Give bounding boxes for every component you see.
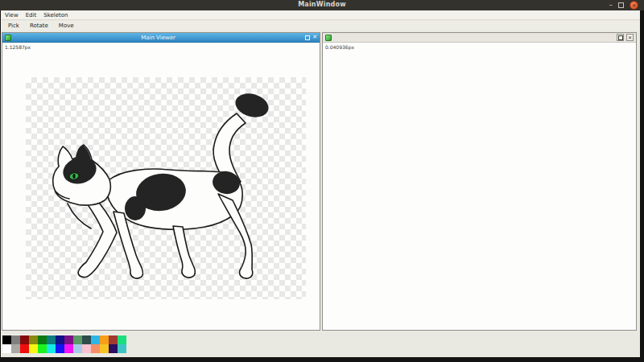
- palette-swatch[interactable]: [82, 344, 91, 353]
- menu-skeleton[interactable]: Skeleton: [43, 12, 68, 19]
- palette-swatch[interactable]: [20, 335, 29, 344]
- palette-swatch[interactable]: [73, 335, 82, 344]
- palette-swatch[interactable]: [64, 344, 73, 353]
- menu-bar: View Edit Skeleton: [2, 10, 640, 20]
- secondary-viewer-window: ✕ 0.040936px: [322, 32, 637, 331]
- app-window: View Edit Skeleton Pick Rotate Move Main…: [1, 10, 640, 357]
- cat-eye-pupil: [72, 174, 75, 179]
- palette-swatch[interactable]: [100, 335, 109, 344]
- palette-swatch[interactable]: [82, 335, 91, 344]
- secondary-viewer-controls: ✕: [617, 34, 634, 41]
- cat-chin-line: [68, 204, 91, 228]
- viewer-app-icon: [325, 35, 332, 41]
- main-viewer-canvas[interactable]: 1.12587px: [2, 43, 320, 330]
- palette-swatch[interactable]: [29, 335, 38, 344]
- palette-swatch[interactable]: [38, 335, 47, 344]
- cat-hind-leg-front: [173, 226, 195, 278]
- viewer-maximize-icon[interactable]: [305, 35, 310, 40]
- palette-swatch[interactable]: [2, 344, 11, 353]
- palette-swatch[interactable]: [73, 344, 82, 353]
- menu-view[interactable]: View: [5, 12, 19, 19]
- main-viewer-title: Main Viewer: [11, 35, 305, 41]
- transparency-checkerboard[interactable]: [26, 77, 306, 299]
- palette-swatch[interactable]: [38, 344, 47, 353]
- color-palette: [2, 335, 126, 353]
- main-viewer-titlebar[interactable]: Main Viewer ✕: [2, 33, 320, 43]
- secondary-viewer-canvas[interactable]: 0.040936px: [323, 43, 636, 330]
- viewer-close-icon[interactable]: ✕: [626, 34, 634, 41]
- close-icon[interactable]: ✕: [630, 1, 638, 10]
- palette-swatch[interactable]: [20, 344, 29, 353]
- cat-drawing: [26, 77, 306, 299]
- window-titlebar[interactable]: MainWindow – ✕: [0, 0, 644, 10]
- menu-edit[interactable]: Edit: [26, 12, 37, 19]
- zoom-readout-left: 1.12587px: [5, 44, 31, 50]
- palette-swatch[interactable]: [11, 335, 20, 344]
- viewer-maximize-icon[interactable]: [617, 34, 624, 41]
- palette-swatch[interactable]: [47, 335, 56, 344]
- tool-pick[interactable]: Pick: [8, 23, 19, 29]
- palette-swatch[interactable]: [56, 344, 64, 353]
- palette-swatch[interactable]: [109, 344, 118, 353]
- cat-chest-patch: [125, 196, 146, 220]
- maximize-icon[interactable]: [618, 2, 624, 8]
- viewer-app-icon: [5, 35, 11, 41]
- palette-swatch[interactable]: [47, 344, 56, 353]
- main-viewer-window: Main Viewer ✕ 1.12587px: [2, 32, 320, 331]
- zoom-readout-right: 0.040936px: [325, 44, 354, 50]
- palette-swatch[interactable]: [64, 335, 73, 344]
- palette-swatch[interactable]: [91, 344, 100, 353]
- palette-swatch[interactable]: [2, 335, 11, 344]
- window-controls: – ✕: [609, 0, 639, 10]
- mdi-area: Main Viewer ✕ 1.12587px: [2, 31, 640, 357]
- tool-bar: Pick Rotate Move: [2, 21, 640, 31]
- minimize-icon[interactable]: –: [609, 2, 613, 8]
- cat-front-leg-back: [78, 199, 117, 278]
- palette-swatch[interactable]: [118, 335, 126, 344]
- viewer-close-icon[interactable]: ✕: [312, 35, 317, 40]
- palette-swatch[interactable]: [56, 335, 64, 344]
- window-title: MainWindow: [0, 1, 644, 8]
- palette-swatch[interactable]: [11, 344, 20, 353]
- main-viewer-controls: ✕: [305, 35, 317, 40]
- tool-move[interactable]: Move: [59, 23, 74, 29]
- secondary-viewer-titlebar[interactable]: ✕: [323, 33, 636, 43]
- palette-swatch[interactable]: [29, 344, 38, 353]
- palette-swatch[interactable]: [118, 344, 126, 353]
- tool-rotate[interactable]: Rotate: [30, 23, 48, 29]
- palette-swatch[interactable]: [100, 344, 109, 353]
- palette-swatch[interactable]: [109, 335, 118, 344]
- palette-swatch[interactable]: [91, 335, 100, 344]
- desktop: MainWindow – ✕ View Edit Skeleton Pick R…: [0, 0, 644, 362]
